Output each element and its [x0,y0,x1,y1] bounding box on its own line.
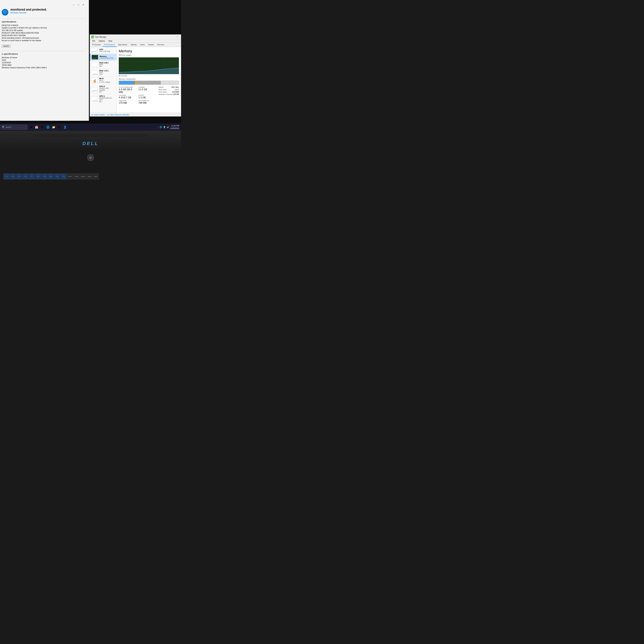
memory-usage-label: Memory usage [119,54,179,56]
tm-minimize-button[interactable]: — [175,35,180,39]
disk1-graph [91,70,98,75]
key-pgup[interactable]: PgUp [86,173,92,179]
taskbar-calendar-icon[interactable]: 📅 [34,124,39,130]
task-manager-window-buttons: — [175,35,180,39]
sidebar-item-gpu1[interactable]: GPU 1 NVIDIA GeForce GTX 0% [90,94,117,104]
tab-performance[interactable]: Performance [102,43,116,47]
disk0-type: HDD [99,64,115,66]
open-resource-monitor-button[interactable]: 📊 Open Resource Monitor [107,114,129,116]
tab-app-history[interactable]: App history [116,43,129,47]
gpu0-name: GPU 0 [99,85,115,87]
minimize-button[interactable]: — [72,3,75,6]
available-label: Available [138,86,156,88]
menu-options[interactable]: Options [97,40,106,42]
sidebar-item-disk0[interactable]: Disk 0 (D:) HDD 0% [90,61,117,69]
windows-security-panel: — □ ✕ 🛡 monitored and protected. Windows… [0,0,89,121]
taskbar-network-icon[interactable]: 🌐 [160,126,162,128]
wifi-speed: S: 0 R: 0 Kbps [99,81,115,83]
key-f9[interactable]: F9 [42,173,48,179]
taskbar-clock[interactable]: 11:02 PM 12/28/2023 [170,125,179,130]
taskbar-widgets-icon[interactable]: 🌤 [28,124,34,130]
available-stat: Available 11.5 GB [138,86,156,93]
windows-security-titlebar: — □ ✕ [2,3,86,6]
cpu-info: CPU 10% 1.80 GHz [99,48,115,52]
this-pc-button[interactable]: his PC [2,44,11,48]
menu-file[interactable]: File [91,40,97,42]
sidebar-item-disk1[interactable]: Disk 1 (C:) SSD 21% [90,69,117,76]
key-f8[interactable]: F8 [35,173,41,179]
key-f12[interactable]: F12 [61,173,67,179]
key-delete[interactable]: Delete [80,173,86,179]
tab-processes[interactable]: Processes [91,43,102,47]
key-f11[interactable]: F11 [54,173,60,179]
gpu0-usage: 0% [99,91,115,93]
in-use-stat: In use (Compressed) 4.3 GB (36.3 MB) [119,86,137,93]
show-hidden-icon[interactable]: ^ [158,126,159,128]
taskbar-volume-icon[interactable]: 🔊 [167,126,169,128]
close-button[interactable]: ✕ [82,3,85,6]
computer-name: DESKTOP-47AIK2K [2,24,86,26]
key-f5[interactable]: F5 [16,173,22,179]
wifi-type: Wi-Fi [99,79,115,81]
key-f4[interactable]: F4 [10,173,16,179]
key-pgdn[interactable]: PgDn [93,173,99,179]
key-f6[interactable]: F6 [22,173,29,179]
task-manager-content: CPU 10% 1.80 GHz Memory 4.3/15.8 GB (27%… [90,47,181,113]
windows-security-link[interactable]: Windows Security [10,12,47,14]
cached-label: Cached [138,94,156,96]
taskbar: 🔍 search 🌤 📅 ⊞ 🌐 📁 ⚙ 👤 ^ 🌐 🔋 🔊 11:02 PM … [0,123,181,131]
sidebar-item-gpu0[interactable]: GPU 0 Intel(R) UHD Graphic 0% [90,84,117,94]
form-label: Form factor: [158,91,168,93]
fewer-details-button[interactable]: ▲ Fewer details [91,114,105,116]
taskbar-user-icon[interactable]: 👤 [62,124,68,130]
maximize-button[interactable]: □ [77,3,80,6]
comp-in-use [119,81,135,85]
gpu1-type: NVIDIA GeForce GTX [99,97,115,101]
committed-label: Committed [119,94,137,96]
key-insert[interactable]: Insert [73,173,79,179]
disk1-info: Disk 1 (C:) SSD 21% [99,70,115,75]
tab-startup[interactable]: Startup [129,43,138,47]
processor: Intel(R) Core(TM) i7-9750H CPU @ 2.60GHz… [2,27,86,29]
taskbar-system-icons: ^ 🌐 🔋 🔊 [158,126,169,128]
key-f10[interactable]: F10 [48,173,54,179]
trackpad[interactable] [34,134,148,137]
tab-users[interactable]: Users [138,43,147,47]
memory-left-stats: In use (Compressed) 4.3 GB (36.3 MB) Ava… [119,86,156,104]
tab-services[interactable]: Services [155,43,166,47]
power-button[interactable] [87,154,94,161]
sidebar-item-cpu[interactable]: CPU 10% 1.80 GHz [90,47,117,54]
hardware-value: 188 MB [173,93,179,95]
security-badge: 🛡 monitored and protected. Windows Secur… [2,8,86,17]
cpu-usage: 10% 1.80 GHz [99,50,115,52]
committed-stat: Committed 5.3/18.7 GB [119,94,137,99]
svg-rect-1 [93,36,93,37]
sidebar-item-wifi[interactable]: Wi-Fi Wi-Fi S: 0 R: 0 Kbps [90,76,117,84]
memory-title: Memory [119,49,179,53]
device-specs-title: specifications [2,20,86,23]
svg-rect-0 [92,36,92,37]
in-use-value: 4.3 GB (36.3 MB) [119,88,137,93]
product-id: 00325-81409-19217-AAOEM [2,34,86,36]
taskbar-search-box[interactable]: 🔍 search [1,125,28,130]
available-value: 11.5 GB [138,88,156,91]
tab-details[interactable]: Details [147,43,156,47]
in-use-label: In use (Compressed) [119,86,137,88]
key-prtscr[interactable]: PrtScr [67,173,73,179]
svg-rect-4 [94,81,95,83]
paged-pool-value: 170 MB [119,101,137,104]
taskbar-settings-icon[interactable]: ⚙ [57,124,62,130]
key-f3[interactable]: F3 [3,173,9,179]
hardware-label: Hardware reserved: [158,93,173,95]
graph-time-label: 60 seconds [119,75,179,77]
install-date: 12/28/2023 [2,62,86,64]
taskbar-explorer-icon[interactable]: 📁 [51,124,56,130]
sidebar-item-memory[interactable]: Memory 4.3/15.8 GB (27%) [90,54,117,61]
taskbar-edge-icon[interactable]: 🌐 [45,124,51,130]
ram: 16.0 GB (15.8 GB usable) [2,29,86,31]
non-paged-value: 789 MB [138,101,156,104]
taskbar-task-view-icon[interactable]: ⊞ [40,124,45,130]
key-f7[interactable]: F7 [29,173,35,179]
comp-standby [137,81,161,85]
menu-view[interactable]: View [107,40,114,42]
